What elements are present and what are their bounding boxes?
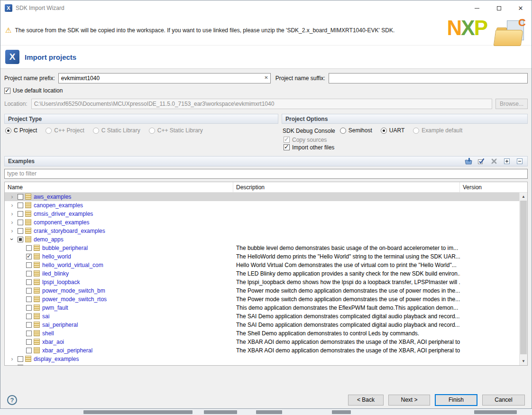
radio-option[interactable]: C Project xyxy=(5,127,37,134)
row-checkbox[interactable] xyxy=(18,237,23,242)
row-checkbox[interactable] xyxy=(26,296,32,302)
radio-icon xyxy=(340,128,346,134)
examples-filter-input[interactable] xyxy=(4,169,528,179)
radio-icon xyxy=(381,128,387,134)
row-checkbox[interactable] xyxy=(26,331,32,336)
row-checkbox[interactable] xyxy=(18,194,23,200)
table-row[interactable]: component_examples xyxy=(5,218,519,227)
row-checkbox[interactable] xyxy=(26,305,32,311)
expander-icon[interactable] xyxy=(9,355,16,362)
table-row[interactable]: iled_blinky The LED Blinky demo applicat… xyxy=(5,269,519,278)
row-checkbox[interactable] xyxy=(26,322,32,328)
vertical-scrollbar[interactable]: ▲ ▼ xyxy=(519,193,527,365)
row-name: aws_examples xyxy=(34,194,71,200)
expander-icon[interactable] xyxy=(9,193,16,200)
table-row[interactable]: xbar_aoi_peripheral The XBAR AOI demo ap… xyxy=(5,346,519,355)
radio-option[interactable]: C++ Static Library xyxy=(149,127,203,134)
table-row[interactable]: cmsis_driver_examples xyxy=(5,210,519,218)
example-icon xyxy=(34,253,40,259)
deselect-all-icon[interactable] xyxy=(490,157,498,165)
maximize-button[interactable] xyxy=(488,0,510,16)
row-checkbox[interactable] xyxy=(26,314,32,319)
row-checkbox[interactable] xyxy=(26,279,32,285)
row-checkbox[interactable] xyxy=(18,228,23,234)
expander-icon[interactable] xyxy=(9,210,16,217)
column-header-description[interactable]: Description xyxy=(233,182,460,192)
project-name-prefix-input[interactable] xyxy=(58,73,271,83)
table-row[interactable]: sai The SAI Demo application demonstrate… xyxy=(5,312,519,321)
table-row[interactable]: crank_storyboard_examples xyxy=(5,227,519,235)
radio-option[interactable]: Example default xyxy=(413,127,462,134)
table-row[interactable]: power_mode_switch_bm The Power mode swit… xyxy=(5,286,519,295)
row-checkbox[interactable] xyxy=(18,365,23,365)
radio-option[interactable]: C++ Project xyxy=(46,127,84,134)
row-checkbox[interactable] xyxy=(26,254,32,259)
expander-icon[interactable] xyxy=(9,219,16,226)
use-default-location-checkbox[interactable]: Use default location xyxy=(4,87,63,94)
nxp-logo: NXP xyxy=(447,18,487,38)
browse-button[interactable]: Browse... xyxy=(495,99,528,109)
close-button[interactable]: ✕ xyxy=(510,0,532,16)
wizard-content: Project name prefix: ✕ Project name suff… xyxy=(0,69,532,366)
table-row[interactable]: aws_examples xyxy=(5,193,519,201)
scrollbar-thumb[interactable] xyxy=(520,201,527,354)
row-checkbox[interactable] xyxy=(18,220,23,225)
radio-label: C Project xyxy=(14,127,37,134)
expander-icon[interactable] xyxy=(9,202,16,209)
table-row[interactable]: pwm_fault This demo application demonstr… xyxy=(5,304,519,312)
expand-all-icon[interactable] xyxy=(503,157,511,165)
clear-prefix-icon[interactable]: ✕ xyxy=(264,75,268,80)
row-checkbox[interactable] xyxy=(26,339,32,345)
row-checkbox[interactable] xyxy=(26,245,32,251)
column-header-name[interactable]: Name xyxy=(5,182,233,192)
next-button[interactable]: Next > xyxy=(388,395,430,406)
example-icon xyxy=(25,219,31,225)
radio-option[interactable]: C Static Library xyxy=(93,127,140,134)
column-header-version[interactable]: Version xyxy=(460,182,527,192)
expander-icon[interactable] xyxy=(9,364,16,365)
table-row[interactable]: canopen_examples xyxy=(5,201,519,210)
row-checkbox[interactable] xyxy=(26,348,32,353)
row-checkbox[interactable] xyxy=(26,271,32,277)
table-row[interactable]: hello_world The HelloWorld demo prints t… xyxy=(5,252,519,261)
help-button[interactable]: ? xyxy=(7,395,17,405)
table-row[interactable]: bubble_peripheral The bubble level demo … xyxy=(5,244,519,252)
radio-option[interactable]: UART xyxy=(381,127,404,134)
table-row[interactable]: sai_peripheral The SAI Demo application … xyxy=(5,321,519,329)
cancel-button[interactable]: Cancel xyxy=(482,395,525,406)
table-row[interactable]: xbar_aoi The XBAR AOI demo application d… xyxy=(5,338,519,346)
checkbox-option[interactable]: Import other files xyxy=(284,144,526,151)
select-all-icon[interactable] xyxy=(477,157,486,165)
row-checkbox[interactable] xyxy=(26,262,32,268)
wizard-header: Import projects xyxy=(0,45,532,69)
row-checkbox[interactable] xyxy=(18,203,23,208)
back-button[interactable]: < Back xyxy=(348,395,384,406)
row-checkbox[interactable] xyxy=(26,288,32,294)
checkbox-option[interactable]: Copy sources xyxy=(284,137,526,143)
row-checkbox[interactable] xyxy=(18,356,23,362)
collapse-all-icon[interactable] xyxy=(515,157,524,165)
scroll-up-icon[interactable]: ▲ xyxy=(520,193,527,201)
table-row[interactable]: demo_apps xyxy=(5,235,519,244)
row-checkbox[interactable] xyxy=(18,211,23,217)
row-description: Hello World Virtual Com demonstrates the… xyxy=(233,262,460,268)
import-example-icon[interactable] xyxy=(464,157,473,165)
radio-option[interactable]: Semihost xyxy=(340,127,372,134)
radio-label: UART xyxy=(389,127,404,134)
scroll-down-icon[interactable]: ▼ xyxy=(520,357,527,365)
project-groups: Project Type C Project C++ Project C Sta… xyxy=(4,114,528,152)
table-row[interactable] xyxy=(5,363,519,365)
table-row[interactable]: power_mode_switch_rtos The Power mode sw… xyxy=(5,295,519,304)
row-name: component_examples xyxy=(34,219,89,226)
project-name-suffix-input[interactable] xyxy=(329,73,528,83)
expander-icon[interactable] xyxy=(9,227,16,234)
table-row[interactable]: lpspi_loopback The lpspi_loopback demo s… xyxy=(5,278,519,286)
example-icon xyxy=(34,339,40,345)
finish-button[interactable]: Finish xyxy=(435,394,477,406)
minimize-button[interactable] xyxy=(466,0,488,16)
table-row[interactable]: shell The Shell Demo application demonst… xyxy=(5,329,519,338)
table-row[interactable]: display_examples xyxy=(5,355,519,363)
examples-table-header: Name Description Version xyxy=(5,182,527,193)
expander-icon[interactable] xyxy=(9,236,16,243)
table-row[interactable]: hello_world_virtual_com Hello World Virt… xyxy=(5,261,519,269)
